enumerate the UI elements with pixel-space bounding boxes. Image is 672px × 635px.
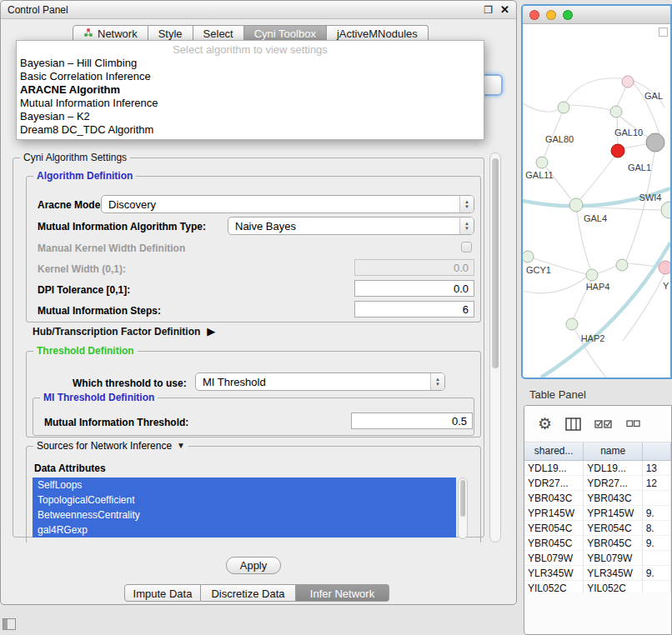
- close-window-icon[interactable]: ✕: [500, 3, 509, 16]
- hub-transcription-factor-expander[interactable]: Hub/Transcription Factor Definition ▶: [33, 326, 215, 338]
- column-header-name[interactable]: name: [584, 442, 643, 460]
- algorithm-option-bayesian-hill-climbing[interactable]: Bayesian – Hill Climbing: [17, 57, 484, 70]
- dpi-tolerance-label: DPI Tolerance [0,1]:: [38, 284, 130, 296]
- mi-algorithm-type-select[interactable]: Naive Bayes ▲▼: [228, 217, 474, 235]
- node-hap4[interactable]: [586, 269, 598, 281]
- network-edge[interactable]: [617, 87, 626, 107]
- collapse-down-icon[interactable]: ▼: [177, 440, 185, 452]
- network-scroll-box[interactable]: [659, 28, 668, 37]
- algorithm-option-aracne-algorithm[interactable]: ARACNE Algorithm: [17, 83, 484, 97]
- expand-right-icon[interactable]: ▶: [207, 327, 215, 337]
- table-cell: [643, 551, 671, 566]
- table-row[interactable]: YBL079WYBL079W: [524, 551, 671, 566]
- which-threshold-select[interactable]: MI Threshold ▲▼: [195, 372, 445, 391]
- table-cell: YER054C: [524, 521, 584, 536]
- network-window-titlebar[interactable]: [523, 6, 670, 24]
- node-swi4[interactable]: [661, 202, 670, 218]
- table-cell: YDR27...: [584, 476, 642, 491]
- network-edge[interactable]: [598, 266, 616, 273]
- control-panel-titlebar[interactable]: Control Panel ❐ ✕: [1, 1, 516, 19]
- node-gray[interactable]: [646, 133, 664, 152]
- float-window-icon[interactable]: ❐: [484, 4, 493, 16]
- algorithm-option-bayesian-k2[interactable]: Bayesian – K2: [17, 110, 484, 123]
- zoom-traffic-light[interactable]: [563, 10, 573, 20]
- mi-threshold-field[interactable]: [351, 412, 473, 429]
- popup-placeholder: Select algorithm to view settings: [17, 42, 484, 57]
- mi-steps-label: Mutual Information Steps:: [38, 305, 161, 317]
- gear-icon[interactable]: ⚙: [538, 416, 552, 432]
- desktop: Control Panel ❐ ✕ NetworkStyleSelectCyni…: [0, 0, 672, 635]
- node-gal4[interactable]: [569, 198, 583, 212]
- table-row[interactable]: YIL052CYIL052C: [524, 581, 671, 592]
- tab-label: Network: [98, 28, 138, 40]
- network-canvas[interactable]: GALGAL80GAL10GAL1GAL11SWI4GAL4GCY1HAP4HA…: [523, 24, 670, 378]
- node-red[interactable]: [611, 144, 624, 158]
- table-row[interactable]: YBR045CYBR045C9.: [524, 536, 671, 551]
- attribute-betweennesscentrality[interactable]: BetweennessCentrality: [33, 508, 456, 522]
- node-label-hap2: HAP2: [581, 333, 605, 343]
- table-cell: YDR27...: [524, 476, 584, 491]
- algorithm-dropdown-popup: Select algorithm to view settings Bayesi…: [16, 40, 484, 140]
- node-hap2[interactable]: [566, 318, 578, 330]
- algorithm-option-basic-correlation-inference[interactable]: Basic Correlation Inference: [17, 70, 484, 83]
- settings-scrollbar[interactable]: [489, 152, 501, 542]
- aracne-mode-value: Discovery: [102, 198, 459, 211]
- aracne-mode-select[interactable]: Discovery ▲▼: [101, 195, 474, 213]
- table-cell: YBR045C: [524, 536, 584, 551]
- column-header-shared[interactable]: shared...: [524, 442, 584, 460]
- node-label-gal4: GAL4: [584, 213, 607, 223]
- tab-label: jActiveMNodules: [337, 28, 418, 40]
- node-gal80[interactable]: [558, 102, 569, 113]
- network-edge[interactable]: [566, 78, 622, 102]
- algorithm-option-dream8-dc-tdc-algorithm[interactable]: Dream8 DC_TDC Algorithm: [17, 123, 484, 137]
- table-cell: YBL079W: [584, 551, 642, 566]
- node-label-swi4: SWI4: [639, 192, 662, 202]
- sources-group-title[interactable]: Sources for Network Inference ▼: [33, 440, 188, 452]
- attributes-list-scrollbar[interactable]: [458, 478, 468, 539]
- network-edge[interactable]: [624, 144, 646, 148]
- apply-button[interactable]: Apply: [226, 557, 281, 574]
- bottom-tab-infer-network[interactable]: Infer Network: [296, 584, 389, 602]
- network-edge-highlighted[interactable]: [541, 242, 670, 378]
- scrollbar-thumb[interactable]: [492, 158, 499, 368]
- kernel-width-field: [354, 259, 474, 276]
- table-row[interactable]: YLR345WYLR345W9.: [524, 566, 671, 581]
- checked-boxes-icon[interactable]: [594, 419, 613, 429]
- column-header-3[interactable]: [643, 442, 671, 460]
- bottom-tab-impute-data[interactable]: Impute Data: [124, 584, 201, 602]
- table-row[interactable]: YDL19...YDL19...13: [524, 461, 671, 476]
- table-row[interactable]: YER054CYER054C8.: [524, 521, 671, 536]
- network-edge[interactable]: [523, 103, 558, 112]
- cyni-algorithm-settings-title: Cyni Algorithm Settings: [20, 152, 130, 163]
- table-cell: YIL052C: [524, 581, 584, 592]
- close-traffic-light[interactable]: [529, 10, 539, 20]
- node-gcy1[interactable]: [523, 251, 534, 262]
- node-gal10[interactable]: [610, 106, 622, 118]
- unchecked-boxes-icon[interactable]: [626, 420, 640, 428]
- minimize-traffic-light[interactable]: [546, 10, 556, 20]
- network-edge[interactable]: [569, 105, 610, 110]
- mi-steps-field[interactable]: [354, 301, 474, 318]
- network-tab-icon: [83, 28, 93, 40]
- table-cell: YLR345W: [584, 566, 642, 581]
- scrollbar-thumb[interactable]: [460, 480, 465, 517]
- node-pink-top[interactable]: [622, 76, 634, 88]
- attribute-topologicalcoefficient[interactable]: TopologicalCoefficient: [33, 492, 456, 508]
- node-pink-right[interactable]: [659, 261, 670, 274]
- table-row[interactable]: YPR145WYPR145W9.: [524, 506, 671, 521]
- bottom-tab-discretize-data[interactable]: Discretize Data: [201, 584, 296, 602]
- dpi-tolerance-field[interactable]: [354, 280, 474, 297]
- node-gal11[interactable]: [536, 157, 548, 168]
- control-panel-window: Control Panel ❐ ✕ NetworkStyleSelectCyni…: [0, 0, 517, 605]
- show-panel-icon[interactable]: [3, 618, 16, 630]
- manual-kernel-width-checkbox[interactable]: [461, 242, 472, 252]
- network-edge[interactable]: [580, 157, 614, 199]
- attribute-selfloops[interactable]: SelfLoops: [33, 478, 456, 492]
- algorithm-option-mutual-information-inference[interactable]: Mutual Information Inference: [17, 97, 484, 110]
- attribute-gal4rgexp[interactable]: gal4RGexp: [33, 522, 456, 538]
- node-mid[interactable]: [616, 259, 628, 271]
- table-row[interactable]: YBR043CYBR043C: [524, 491, 671, 506]
- columns-icon[interactable]: [565, 418, 581, 431]
- table-row[interactable]: YDR27...YDR27...12: [524, 476, 671, 491]
- network-edge[interactable]: [523, 278, 586, 293]
